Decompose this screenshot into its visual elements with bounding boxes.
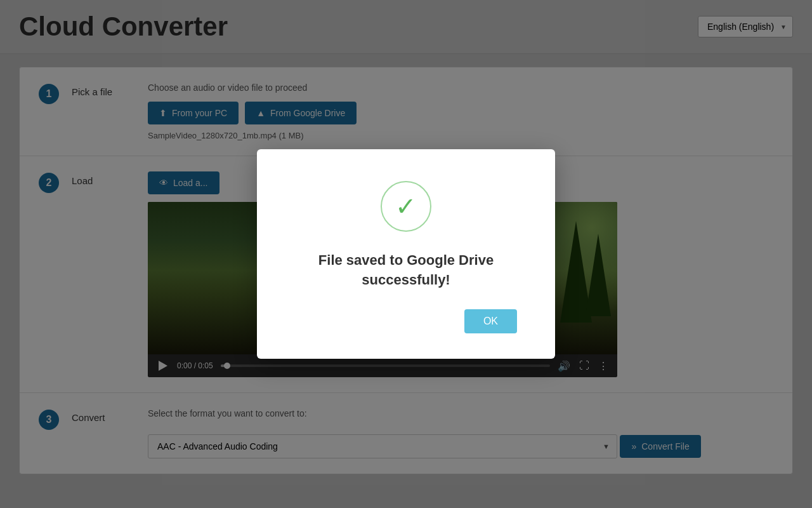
modal-footer: OK: [295, 309, 517, 333]
modal-overlay: ✓ File saved to Google Drive successfull…: [0, 0, 812, 508]
modal-ok-button[interactable]: OK: [464, 309, 517, 333]
checkmark-icon: ✓: [395, 194, 417, 219]
success-icon-circle: ✓: [381, 181, 431, 232]
success-modal: ✓ File saved to Google Drive successfull…: [257, 149, 555, 359]
modal-message: File saved to Google Drive successfully!: [295, 251, 517, 290]
